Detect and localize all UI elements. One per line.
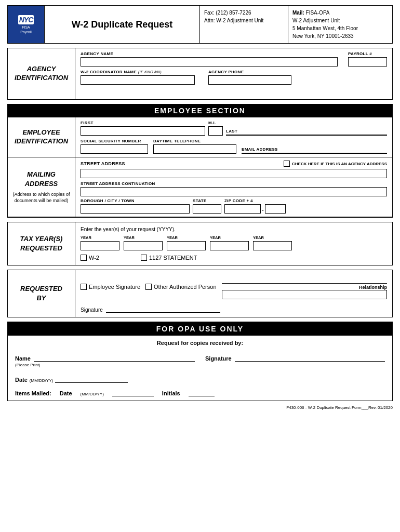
opa-name-input[interactable] [34, 352, 195, 362]
agency-phone-label: AGENCY PHONE [208, 70, 291, 74]
opa-date-label: Date [15, 377, 28, 383]
fax-info: Fax: (212) 857-7226 Attn: W-2 Adjustment… [200, 6, 288, 43]
zip-input[interactable] [224, 204, 261, 214]
relationship-input[interactable] [222, 290, 387, 299]
mi-input[interactable] [208, 126, 223, 136]
mailing-fields: STREET ADDRESS CHECK HERE IF THIS IS AN … [75, 157, 392, 217]
opa-items-date-input[interactable] [112, 387, 154, 396]
tax-label-line1: TAX YEAR(S)REQUESTED [20, 234, 63, 253]
opa-initials-input[interactable] [189, 387, 215, 396]
zip4-input[interactable] [265, 204, 286, 214]
last-label: LAST [226, 129, 387, 134]
year-input-5[interactable] [253, 241, 292, 250]
requested-by-section: REQUESTEDBY Employee Signature Other Aut… [7, 270, 393, 317]
ssn-input[interactable] [81, 144, 148, 154]
signature-line[interactable] [106, 303, 220, 313]
year-input-1[interactable] [81, 241, 119, 250]
mail-label: Mail: [292, 10, 304, 16]
if-known-label: (if known) [138, 70, 162, 74]
employee-id-section: EMPLOYEEIDENTIFICATION FIRST M.I. LAST [8, 117, 392, 157]
attn-value: W-2 Adjustment Unit [216, 18, 263, 23]
email-input[interactable] [242, 153, 387, 154]
logo-sub2: Payroll [20, 30, 31, 34]
payroll-input[interactable] [348, 57, 387, 66]
mailing-label-sub: (Address to which copies of documents wi… [12, 191, 71, 204]
employee-id-label: EMPLOYEEIDENTIFICATION [8, 117, 75, 157]
mailing-label: MAILING ADDRESS (Address to which copies… [8, 157, 75, 217]
agency-fields: AGENCY NAME PAYROLL # W-2 COORDINATOR NA… [75, 48, 392, 99]
form-title: W-2 Duplicate Request [44, 6, 200, 43]
mailing-address-section: MAILING ADDRESS (Address to which copies… [8, 157, 392, 217]
zip-label: ZIP CODE + 4 [224, 198, 286, 203]
mail-info: Mail: FISA-OPA W-2 Adjustment Unit 5 Man… [288, 6, 392, 43]
opa-initials-label: Initials [162, 390, 180, 396]
w2-checkbox[interactable] [81, 255, 87, 261]
opa-sig-label: Signature [205, 355, 232, 362]
agency-identification-section: AGENCYIDENTIFICATION AGENCY NAME PAYROLL… [7, 48, 393, 100]
mailing-label-line1: MAILING [27, 170, 56, 178]
other-person-checkbox[interactable] [145, 284, 152, 290]
other-person-label: Other Authorized Person [154, 284, 216, 290]
payroll-label: PAYROLL # [348, 51, 372, 56]
employee-sig-label: Employee Signature [89, 284, 140, 290]
year-label-4: YEAR [210, 235, 221, 240]
street-address-cont-input[interactable] [81, 187, 387, 196]
opa-name-label: Name [15, 355, 31, 362]
requested-by-label: REQUESTEDBY [8, 270, 75, 317]
ssn-label: SOCIAL SECURITY NUMBER [81, 139, 148, 143]
footer-note: F430-006 - W-2 Duplicate Request Form___… [7, 405, 393, 410]
opa-body: Request for copies received by: Name (Pl… [8, 336, 392, 401]
year-label-3: YEAR [167, 235, 178, 240]
opa-items-label: Items Mailed: [15, 390, 51, 396]
year-input-3[interactable] [167, 241, 206, 250]
street-label: STREET ADDRESS [81, 161, 125, 166]
last-name-input[interactable] [226, 135, 387, 136]
mail-line3: 5 Manhattan West, 4th Floor [292, 25, 358, 31]
coordinator-label: W-2 COORDINATOR NAME (if known) [81, 70, 195, 74]
statement-checkbox[interactable] [141, 255, 147, 261]
employee-sig-checkbox[interactable] [81, 284, 87, 290]
relationship-label: Relationship [222, 285, 387, 290]
coordinator-input[interactable] [81, 75, 195, 85]
daytime-phone-label: DAYTIME TELEPHONE [153, 139, 236, 143]
fax-label: Fax: [204, 10, 214, 16]
opa-signature-input[interactable] [235, 352, 385, 362]
opa-date-input[interactable] [55, 374, 128, 383]
nyc-logo-text: NYC [19, 16, 33, 24]
email-label: EMAIL ADDRESS [242, 147, 387, 152]
city-input[interactable] [81, 204, 190, 214]
opa-date-format: (MM/DD/YY) [30, 378, 53, 383]
statement-label: 1127 STATEMENT [149, 255, 197, 261]
first-name-input[interactable] [81, 126, 205, 136]
year-label-1: YEAR [81, 235, 91, 240]
opa-items-date-label: Date [60, 390, 72, 396]
fax-number: (212) 857-7226 [216, 10, 251, 16]
signature-label: Signature [81, 307, 103, 313]
agency-name-input[interactable] [81, 57, 338, 66]
other-person-name-input[interactable] [222, 274, 387, 284]
logo-sub1: FISA [22, 25, 30, 29]
employee-outer-section: EMPLOYEEIDENTIFICATION FIRST M.I. LAST [7, 117, 393, 218]
agency-phone-input[interactable] [208, 75, 291, 85]
mail-line1: FISA-OPA [306, 10, 330, 16]
zip-dash: - [261, 207, 265, 214]
year-input-4[interactable] [210, 241, 249, 250]
tax-years-section: TAX YEAR(S)REQUESTED Enter the year(s) o… [7, 222, 393, 265]
year-label-2: YEAR [124, 235, 135, 240]
state-input[interactable] [193, 204, 221, 214]
opa-please-print: (Please Print) [15, 363, 195, 367]
mail-line4: New York, NY 10001-2633 [292, 33, 354, 39]
header-logo: NYC FISA Payroll [8, 6, 44, 43]
year-input-2[interactable] [124, 241, 163, 250]
year-label-5: YEAR [253, 235, 264, 240]
opa-received-label: Request for copies received by: [15, 340, 385, 346]
agency-section-label: AGENCYIDENTIFICATION [8, 48, 75, 99]
agency-address-checkbox[interactable] [284, 161, 290, 167]
city-label: BOROUGH / CITY / TOWN [81, 198, 190, 203]
mailing-label-line2: ADDRESS [25, 180, 58, 188]
opa-items-date-format: (MM/DD/YY) [81, 392, 104, 396]
w2-label: W-2 [89, 255, 99, 261]
street-address-input[interactable] [81, 169, 387, 178]
agency-id-label: AGENCYIDENTIFICATION [15, 65, 68, 83]
daytime-phone-input[interactable] [153, 144, 236, 154]
